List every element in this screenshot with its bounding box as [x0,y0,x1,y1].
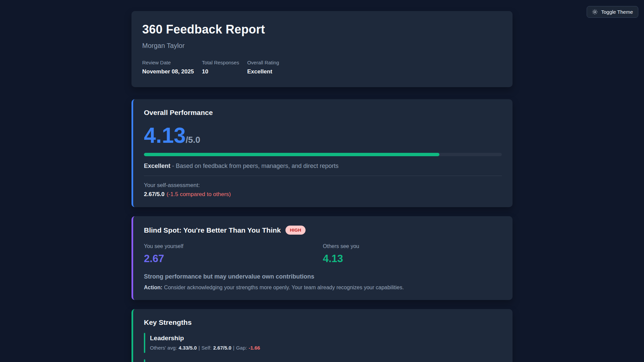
self-assessment-gap: (-1.5 compared to others) [166,191,231,197]
page-title: 360 Feedback Report [142,22,502,37]
strength-item-direction: Direction [144,359,502,362]
meta-label: Review Date [142,60,194,65]
meta-value: 10 [202,68,239,75]
action-label: Action: [144,285,162,290]
overall-score-scale: /5.0 [186,135,200,145]
meta-value: November 08, 2025 [142,68,194,75]
person-name: Morgan Taylor [142,42,502,50]
self-label: Self: [202,345,212,351]
perception-comparison: You see yourself 2.67 Others see you 4.1… [144,243,502,264]
self-assessment-line: 2.67/5.0(-1.5 compared to others) [144,191,502,198]
sun-icon [592,9,598,15]
gap-label: Gap: [236,345,247,351]
separator: | [233,345,234,351]
toggle-theme-button[interactable]: Toggle Theme [587,6,638,18]
others-avg-label: Others' avg: [150,345,177,351]
meta-overall-rating: Overall Rating Excellent [247,60,279,75]
report-header-card: 360 Feedback Report Morgan Taylor Review… [131,11,513,87]
overall-progress-track [144,153,502,156]
overall-score-value: 4.13 [144,125,186,146]
self-value: 2.67/5.0 [213,345,231,351]
self-assessment-value: 2.67/5.0 [144,191,164,197]
overall-rating-line: Excellent- Based on feedback from peers,… [144,163,502,170]
report-meta-row: Review Date November 08, 2025 Total Resp… [142,60,502,75]
meta-label: Total Responses [202,60,239,65]
self-perception-label: You see yourself [144,243,323,249]
self-perception-value: 2.67 [144,253,323,264]
others-perception-column: Others see you 4.13 [323,243,502,264]
overall-performance-card: Overall Performance 4.13 /5.0 Excellent-… [131,99,513,207]
report-container: 360 Feedback Report Morgan Taylor Review… [131,0,513,362]
gap-value: -1.66 [249,345,260,351]
others-perception-value: 4.13 [323,253,502,264]
rating-word: Excellent [144,163,170,169]
blind-spot-action: Action:Consider acknowledging your stren… [144,285,502,291]
overall-performance-heading: Overall Performance [144,109,502,117]
meta-value: Excellent [247,68,279,75]
divider [144,176,502,176]
strength-detail: Others' avg: 4.33/5.0 | Self: 2.67/5.0 |… [150,345,502,351]
others-avg-value: 4.33/5.0 [178,345,197,351]
strength-item-leadership: Leadership Others' avg: 4.33/5.0 | Self:… [144,333,502,353]
overall-progress-fill [144,153,439,156]
blind-spot-heading-row: Blind Spot: You're Better Than You Think… [144,226,502,235]
separator: | [199,345,200,351]
blind-spot-heading: Blind Spot: You're Better Than You Think [144,226,281,234]
self-assessment-label: Your self-assessment: [144,182,502,189]
action-text: Consider acknowledging your strengths mo… [164,285,404,290]
key-strengths-heading: Key Strengths [144,318,502,326]
toggle-theme-label: Toggle Theme [601,9,633,15]
blind-spot-card: Blind Spot: You're Better Than You Think… [131,216,513,300]
meta-total-responses: Total Responses 10 [202,60,239,75]
meta-review-date: Review Date November 08, 2025 [142,60,194,75]
overall-score: 4.13 /5.0 [144,125,502,146]
strength-name: Leadership [150,335,502,342]
others-perception-label: Others see you [323,243,502,249]
rating-description: - Based on feedback from peers, managers… [172,163,338,169]
severity-badge: HIGH [285,226,306,235]
key-strengths-card: Key Strengths Leadership Others' avg: 4.… [131,309,513,362]
blind-spot-summary: Strong performance but may undervalue ow… [144,273,502,280]
self-perception-column: You see yourself 2.67 [144,243,323,264]
meta-label: Overall Rating [247,60,279,65]
